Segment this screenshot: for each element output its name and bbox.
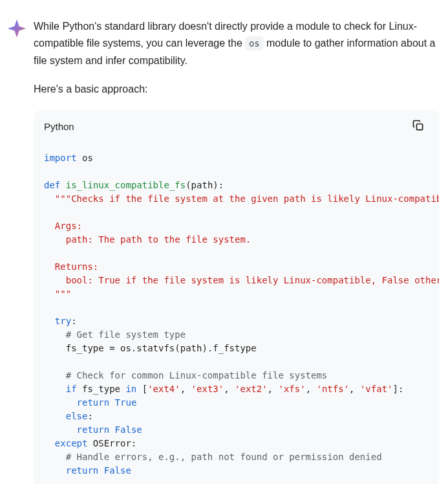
code-token: return: [66, 465, 99, 476]
code-token: False: [104, 465, 131, 476]
code-token: return: [77, 397, 110, 408]
code-token: [44, 465, 66, 476]
code-token: [44, 424, 77, 435]
code-token: [109, 397, 114, 408]
code-token: # Check for common Linux-compatible file…: [44, 370, 327, 380]
code-token: fs_type = os.statvfs(path).f_fstype: [44, 343, 257, 353]
code-token: False: [115, 424, 142, 435]
code-token: 'ext2': [235, 384, 268, 394]
code-token: # Handle errors, e.g., path not found or…: [44, 452, 382, 462]
code-token: bool: True if the file system is likely …: [44, 275, 439, 285]
code-token: :: [87, 411, 92, 421]
paragraph-1: While Python's standard library doesn't …: [34, 18, 439, 69]
avatar-column: [0, 18, 34, 38]
code-token: """Checks if the file system at the give…: [44, 193, 439, 204]
paragraph-2: Here's a basic approach:: [34, 81, 439, 98]
code-token: 'ext3': [191, 384, 224, 394]
code-token: [44, 438, 55, 448]
code-token: try: [55, 316, 71, 326]
code-token: [44, 411, 66, 421]
code-token: (path):: [186, 180, 224, 190]
code-token: except: [55, 438, 88, 448]
code-token: else: [66, 411, 88, 421]
code-token: ,: [224, 384, 235, 394]
code-token: ,: [180, 384, 191, 394]
inline-code-os: os: [245, 36, 263, 50]
copy-icon: [412, 119, 425, 134]
code-token: [98, 465, 103, 476]
code-token: [44, 397, 77, 408]
code-token: ,: [268, 384, 279, 394]
code-token: :: [71, 316, 76, 326]
code-token: in: [125, 384, 136, 394]
message-content: While Python's standard library doesn't …: [34, 18, 448, 484]
code-token: is_linux_compatible_fs: [66, 180, 186, 190]
code-header: Python: [34, 110, 439, 144]
code-token: [44, 316, 55, 326]
code-token: ]:: [393, 384, 404, 394]
code-body[interactable]: import os def is_linux_compatible_fs(pat…: [34, 144, 439, 484]
code-token: os: [77, 153, 93, 163]
code-token: [60, 180, 65, 190]
copy-button[interactable]: [408, 115, 429, 138]
code-token: 'xfs': [278, 384, 305, 394]
code-token: OSError:: [87, 438, 136, 448]
code-token: return: [77, 424, 110, 435]
code-token: 'vfat': [360, 384, 393, 394]
code-token: """: [44, 289, 71, 299]
message-container: While Python's standard library doesn't …: [0, 0, 448, 484]
code-token: [: [136, 384, 147, 394]
prose-section: While Python's standard library doesn't …: [34, 18, 448, 98]
code-token: [44, 384, 66, 394]
sparkle-icon: [8, 19, 26, 38]
code-token: ,: [349, 384, 360, 394]
code-token: def: [44, 180, 60, 190]
code-token: # Get file system type: [44, 329, 186, 340]
code-language-label: Python: [44, 121, 74, 132]
code-token: True: [115, 397, 137, 408]
code-token: if: [66, 384, 77, 394]
code-token: ,: [306, 384, 317, 394]
code-token: import: [44, 153, 77, 163]
svg-rect-0: [417, 124, 423, 130]
code-token: path: The path to the file system.: [44, 234, 251, 245]
code-token: fs_type: [77, 384, 126, 394]
code-token: 'ntfs': [316, 384, 349, 394]
code-token: Args:: [44, 221, 82, 231]
code-token: Returns:: [44, 261, 98, 272]
code-token: [109, 424, 114, 435]
code-token: 'ext4': [147, 384, 180, 394]
code-block: Python import os def is_linux_compatible…: [34, 110, 439, 484]
